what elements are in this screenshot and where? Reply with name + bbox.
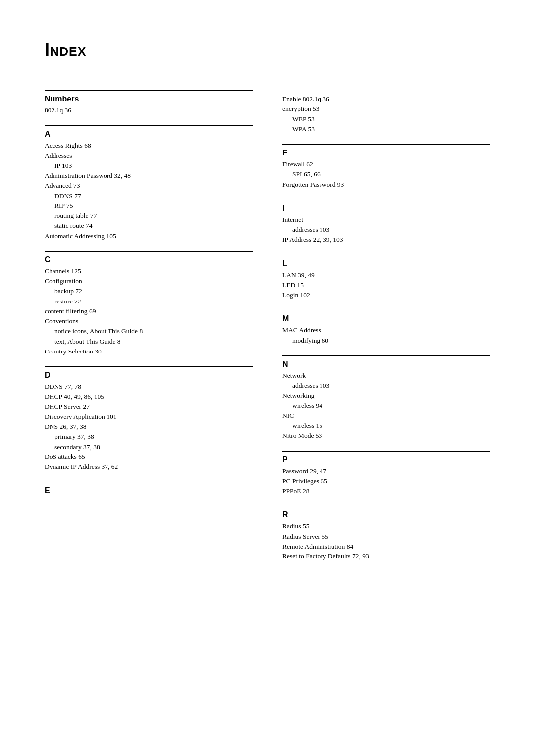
section-L: L LAN 39, 49 LED 15 Login 102 xyxy=(282,255,490,301)
entry-spi: SPI 65, 66 xyxy=(282,169,490,179)
section-header-L: L xyxy=(282,259,490,268)
entry-automatic-addressing: Automatic Addressing 105 xyxy=(45,231,253,241)
entry-backup: backup 72 xyxy=(45,286,253,296)
section-header-C: C xyxy=(45,255,253,264)
entry-wep: WEP 53 xyxy=(282,114,490,124)
entry-dns: DNS 26, 37, 38 xyxy=(45,422,253,432)
entry-reset-factory-defaults: Reset to Factory Defaults 72, 93 xyxy=(282,552,490,561)
section-header-P: P xyxy=(282,455,490,464)
section-numbers: Numbers 802.1q 36 xyxy=(45,90,253,115)
section-N: N Network addresses 103 Networking wirel… xyxy=(282,355,490,441)
section-header-numbers: Numbers xyxy=(45,95,253,103)
section-E: E xyxy=(45,482,253,497)
entry-internet: Internet xyxy=(282,215,490,225)
entry-restore: restore 72 xyxy=(45,297,253,306)
entry-password: Password 29, 47 xyxy=(282,466,490,476)
entry-lan: LAN 39, 49 xyxy=(282,270,490,280)
entry-notice-icons: notice icons, About This Guide 8 xyxy=(45,326,253,336)
section-P: P Password 29, 47 PC Privileges 65 PPPoE… xyxy=(282,451,490,497)
entry-pc-privileges: PC Privileges 65 xyxy=(282,476,490,486)
section-E-entries: Enable 802.1q 36 encryption 53 WEP 53 WP… xyxy=(282,94,490,134)
entry-enable-8021q: Enable 802.1q 36 xyxy=(282,94,490,104)
section-header-D: D xyxy=(45,371,253,380)
entry-primary: primary 37, 38 xyxy=(45,432,253,442)
entry-secondary: secondary 37, 38 xyxy=(45,442,253,452)
entry-advanced: Advanced 73 xyxy=(45,181,253,191)
section-C: C Channels 125 Configuration backup 72 r… xyxy=(45,251,253,356)
entry-led: LED 15 xyxy=(282,280,490,290)
entry-modifying: modifying 60 xyxy=(282,336,490,346)
entry-networking: Networking xyxy=(282,391,490,401)
entry-networking-wireless: wireless 94 xyxy=(282,401,490,411)
entry-mac-address: MAC Address xyxy=(282,325,490,335)
entry-ip: IP 103 xyxy=(45,161,253,171)
section-header-N: N xyxy=(282,360,490,369)
entry-encryption: encryption 53 xyxy=(282,104,490,114)
entry-content-filtering: content filtering 69 xyxy=(45,306,253,316)
entry-nic-wireless: wireless 15 xyxy=(282,421,490,431)
entry-802-1q: 802.1q 36 xyxy=(45,105,253,115)
section-D: D DDNS 77, 78 DHCP 40, 49, 86, 105 DHCP … xyxy=(45,366,253,472)
entry-radius-server: Radius Server 55 xyxy=(282,532,490,542)
section-I: I Internet addresses 103 IP Address 22, … xyxy=(282,200,490,245)
entry-network: Network xyxy=(282,371,490,381)
entry-firewall: Firewall 62 xyxy=(282,159,490,169)
section-R: R Radius 55 Radius Server 55 Remote Admi… xyxy=(282,506,490,561)
entry-network-addresses: addresses 103 xyxy=(282,381,490,391)
entry-rip: RIP 75 xyxy=(45,201,253,211)
entry-text-guide: text, About This Guide 8 xyxy=(45,337,253,347)
section-M: M MAC Address modifying 60 xyxy=(282,310,490,346)
entry-internet-addresses: addresses 103 xyxy=(282,225,490,235)
section-header-R: R xyxy=(282,510,490,519)
page-title: Index xyxy=(45,40,490,60)
entry-routing-table: routing table 77 xyxy=(45,211,253,221)
section-header-I: I xyxy=(282,204,490,213)
entry-wpa: WPA 53 xyxy=(282,124,490,134)
section-header-M: M xyxy=(282,314,490,323)
left-column: Numbers 802.1q 36 A Access Rights 68 Add… xyxy=(45,90,253,571)
entry-conventions: Conventions xyxy=(45,316,253,326)
entry-nitro-mode: Nitro Mode 53 xyxy=(282,431,490,441)
entry-login: Login 102 xyxy=(282,290,490,300)
entry-addresses: Addresses xyxy=(45,151,253,161)
entry-configuration: Configuration xyxy=(45,276,253,286)
section-A: A Access Rights 68 Addresses IP 103 Admi… xyxy=(45,125,253,241)
entry-ip-address: IP Address 22, 39, 103 xyxy=(282,235,490,245)
entry-radius: Radius 55 xyxy=(282,521,490,531)
entry-dos-attacks: DoS attacks 65 xyxy=(45,452,253,462)
entry-ddns-a: DDNS 77 xyxy=(45,191,253,201)
entry-nic: NIC xyxy=(282,411,490,421)
entry-access-rights: Access Rights 68 xyxy=(45,141,253,151)
entry-admin-password: Administration Password 32, 48 xyxy=(45,171,253,181)
section-F: F Firewall 62 SPI 65, 66 Forgotten Passw… xyxy=(282,144,490,190)
entry-ddns: DDNS 77, 78 xyxy=(45,382,253,392)
entry-dynamic-ip: Dynamic IP Address 37, 62 xyxy=(45,462,253,472)
entry-dhcp: DHCP 40, 49, 86, 105 xyxy=(45,392,253,402)
section-header-F: F xyxy=(282,149,490,157)
entry-remote-administration: Remote Administration 84 xyxy=(282,542,490,552)
entry-country-selection: Country Selection 30 xyxy=(45,347,253,356)
entry-channels: Channels 125 xyxy=(45,266,253,276)
entry-dhcp-server: DHCP Server 27 xyxy=(45,402,253,412)
entry-forgotten-password: Forgotten Password 93 xyxy=(282,180,490,190)
entry-pppoe: PPPoE 28 xyxy=(282,486,490,496)
section-header-A: A xyxy=(45,130,253,139)
section-header-E: E xyxy=(45,486,253,495)
entry-static-route: static route 74 xyxy=(45,221,253,231)
right-column: Enable 802.1q 36 encryption 53 WEP 53 WP… xyxy=(282,90,490,571)
entry-discovery-application: Discovery Application 101 xyxy=(45,412,253,422)
